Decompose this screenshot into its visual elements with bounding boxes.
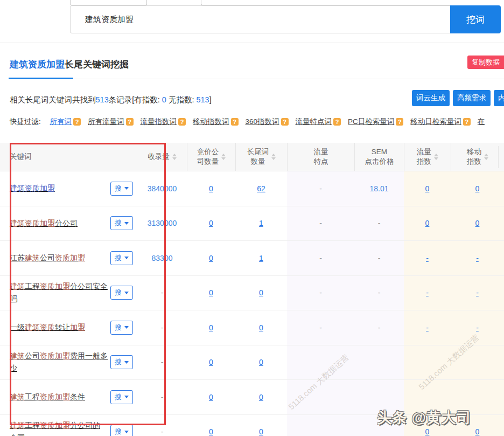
column-header-collection-count[interactable]: 收录量: [137, 143, 187, 171]
mobile-index-link[interactable]: 0: [475, 427, 480, 436]
traffic-index-link[interactable]: 0: [425, 427, 430, 436]
longtail-count-link[interactable]: 1: [259, 219, 263, 227]
mobile-index-link[interactable]: 0: [475, 184, 480, 193]
keyword-matched-segment: 资质加盟: [40, 392, 70, 401]
row-search-label: 搜: [115, 288, 122, 297]
stats-without-index-count: 513: [196, 95, 209, 104]
column-header-label: 流量特点: [314, 147, 328, 167]
column-header-label: 收录量: [148, 152, 170, 162]
bidding-companies-link[interactable]: 0: [209, 184, 213, 193]
caret-down-icon: [124, 187, 129, 190]
keyword-link[interactable]: 建筑工程资质加盟条件: [10, 391, 85, 403]
keyword-link[interactable]: 江苏建筑公司资质加盟: [10, 252, 85, 264]
keyword-link[interactable]: 建筑资质加盟: [10, 182, 55, 195]
traffic-index-link[interactable]: -: [426, 254, 429, 262]
sort-arrows-icon[interactable]: [221, 154, 226, 160]
longtail-count-link[interactable]: 62: [257, 184, 265, 193]
row-search-dropdown-button[interactable]: 搜: [110, 182, 133, 196]
column-header-label: SEM点击价格: [365, 147, 394, 167]
bidding-companies-link[interactable]: 0: [209, 288, 213, 297]
content-tool-button[interactable]: 内容: [494, 90, 504, 106]
filter-mobile-daily-search-words[interactable]: 移动日检索量词?: [410, 117, 471, 126]
traffic-index-link[interactable]: 0: [425, 184, 430, 193]
column-header-bidding-companies[interactable]: 竞价公司数量: [187, 143, 235, 171]
row-search-dropdown-button[interactable]: 搜: [110, 216, 133, 230]
keyword-segment: 工程: [25, 421, 40, 430]
filter-pc-daily-search-words[interactable]: PC日检索量词?: [348, 117, 403, 126]
mobile-index-link[interactable]: 0: [475, 219, 480, 227]
column-header-mobile-index[interactable]: 移动指数: [451, 143, 504, 171]
sort-arrows-icon[interactable]: [484, 154, 488, 160]
filter-cropped-item[interactable]: 在: [478, 117, 485, 126]
help-icon[interactable]: ?: [396, 118, 403, 126]
keyword-link[interactable]: 一级建筑资质转让加盟: [10, 321, 85, 334]
mobile-index-link[interactable]: -: [476, 323, 479, 332]
row-search-dropdown-button[interactable]: 搜: [110, 390, 133, 404]
traffic-index-link[interactable]: 0: [425, 219, 430, 227]
cell-traffic-feature: [287, 415, 354, 436]
keyword-segment: 工程: [25, 282, 40, 290]
row-search-dropdown-button[interactable]: 搜: [110, 251, 133, 265]
cell-longtail-count: 1: [235, 206, 287, 241]
row-search-dropdown-button[interactable]: 搜: [110, 425, 133, 436]
row-search-label: 搜: [115, 218, 122, 228]
traffic-index-link[interactable]: -: [426, 323, 429, 332]
filter-traffic-index-words[interactable]: 流量指数词?: [141, 117, 186, 126]
cell-keyword: 建筑资质加盟搜: [0, 171, 137, 206]
help-icon[interactable]: ?: [178, 118, 186, 126]
row-search-dropdown-button[interactable]: 搜: [110, 355, 133, 369]
cell-sem-click-price: -: [354, 241, 404, 275]
bidding-companies-link[interactable]: 0: [209, 323, 213, 332]
keyword-link[interactable]: 建筑公司资质加盟费用一般多少: [10, 350, 108, 375]
quick-filter-bar: 快捷过滤: 所有词?所有流量词?流量指数词?移动指数词?360指数词?流量特点词…: [10, 117, 485, 127]
column-header-longtail-count[interactable]: 长尾词数量: [235, 143, 287, 171]
help-icon[interactable]: ?: [126, 118, 134, 126]
mobile-index-link[interactable]: -: [476, 254, 479, 262]
sem-click-price-value: 18.01: [369, 184, 388, 193]
bidding-companies-link[interactable]: 0: [209, 219, 213, 227]
keyword-link[interactable]: 建筑资质加盟分公司: [10, 217, 78, 230]
bidding-companies-link[interactable]: 0: [209, 427, 213, 436]
cell-traffic-feature: -: [287, 310, 354, 345]
keyword-search-input[interactable]: [70, 5, 450, 33]
sort-arrows-icon[interactable]: [434, 154, 438, 160]
bidding-companies-link[interactable]: 0: [209, 254, 213, 262]
keyword-matched-segment: 建筑: [10, 421, 25, 430]
help-icon[interactable]: ?: [463, 118, 471, 126]
longtail-count-link[interactable]: 0: [259, 393, 263, 402]
keyword-link[interactable]: 建筑工程资质加盟分公司的 全国: [10, 419, 108, 436]
sort-arrows-icon[interactable]: [172, 154, 177, 160]
bidding-companies-link[interactable]: 0: [209, 358, 213, 366]
longtail-count-link[interactable]: 1: [259, 254, 263, 262]
column-header-traffic-index[interactable]: 流量指数: [404, 143, 451, 171]
stats-text: 条记录[有指数:: [109, 95, 162, 104]
row-search-dropdown-button[interactable]: 搜: [110, 321, 133, 335]
cell-traffic-index: -: [404, 276, 451, 310]
filter-all-words[interactable]: 所有词?: [50, 117, 81, 126]
cell-traffic-feature: -: [287, 276, 354, 310]
help-icon[interactable]: ?: [333, 118, 341, 126]
dig-words-button[interactable]: 挖词: [450, 5, 501, 33]
help-icon[interactable]: ?: [73, 118, 81, 126]
mobile-index-link[interactable]: -: [476, 288, 479, 297]
traffic-index-link[interactable]: -: [426, 288, 429, 297]
copy-data-button[interactable]: 复制数据: [467, 56, 504, 69]
row-search-dropdown-button[interactable]: 搜: [110, 286, 133, 300]
bidding-companies-link[interactable]: 0: [209, 393, 213, 402]
filter-mobile-index-words[interactable]: 移动指数词?: [193, 117, 239, 126]
filter-360-index-words[interactable]: 360指数词?: [246, 117, 289, 126]
word-cloud-button[interactable]: 词云生成: [412, 90, 450, 106]
longtail-count-link[interactable]: 0: [259, 323, 263, 332]
high-frequency-demand-button[interactable]: 高频需求: [453, 90, 491, 106]
filter-traffic-feature-words[interactable]: 流量特点词?: [296, 117, 341, 126]
longtail-count-link[interactable]: 0: [259, 288, 263, 297]
keyword-link[interactable]: 建筑工程资质加盟分公司安全吗: [10, 280, 108, 305]
help-icon[interactable]: ?: [231, 118, 239, 126]
longtail-count-link[interactable]: 0: [259, 427, 263, 436]
help-icon[interactable]: ?: [281, 118, 289, 126]
longtail-count-link[interactable]: 0: [259, 358, 263, 366]
row-search-label: 搜: [115, 323, 122, 333]
filter-all-traffic-words[interactable]: 所有流量词?: [88, 117, 134, 126]
cell-longtail-count: 0: [235, 310, 287, 345]
sort-arrows-icon[interactable]: [271, 154, 276, 160]
